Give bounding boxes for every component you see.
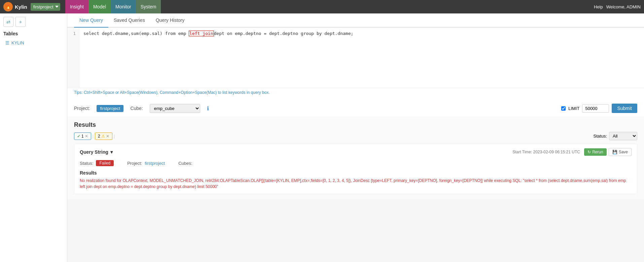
- top-nav: 🔥 Kylin firstproject Insight Model Monit…: [0, 0, 644, 13]
- status-select[interactable]: AllSuccessFailed: [609, 132, 637, 140]
- sidebar-item-kylin[interactable]: ☰ KYLIN: [3, 39, 64, 47]
- keyword-highlight: left join: [189, 31, 214, 36]
- limit-label: LIMIT: [568, 106, 579, 111]
- submit-button[interactable]: Submit: [612, 104, 637, 113]
- meta-cubes: Cubes:: [178, 161, 195, 166]
- sidebar: ⇄ + Tables ☰ KYLIN: [0, 13, 67, 262]
- result-tab-2-label: 2: [98, 134, 100, 139]
- project-label: Project:: [74, 106, 90, 111]
- cube-label: Cube:: [130, 106, 143, 111]
- status-label: Status:: [594, 134, 607, 139]
- nav-link-model[interactable]: Model: [88, 0, 111, 13]
- sidebar-item-label: KYLIN: [11, 40, 24, 45]
- nav-item-system[interactable]: System: [136, 0, 161, 13]
- nav-link-monitor[interactable]: Monitor: [111, 0, 136, 13]
- project-field-label: Project:: [127, 161, 142, 166]
- info-icon[interactable]: ℹ: [207, 105, 209, 112]
- action-buttons: ↻ Rerun 💾 Save: [584, 148, 632, 156]
- limit-checkbox[interactable]: [561, 106, 566, 111]
- line-numbers: 1: [67, 28, 79, 88]
- query-string-header: Query String ▾ Start Time: 2023-02-09 06…: [80, 148, 632, 156]
- error-text: No realization found for OLAPContext, MO…: [80, 178, 632, 190]
- save-button[interactable]: 💾 Save: [609, 148, 632, 156]
- result-tab-2[interactable]: 2 ⚠ ✕: [95, 133, 112, 140]
- project-selector[interactable]: firstproject: [31, 3, 60, 11]
- limit-section: LIMIT Submit: [561, 104, 637, 113]
- nav-item-monitor[interactable]: Monitor: [111, 0, 136, 13]
- sidebar-actions: ⇄ +: [3, 17, 64, 27]
- nav-item-model[interactable]: Model: [88, 0, 111, 13]
- logo-icon: 🔥: [3, 2, 13, 11]
- meta-status: Status: Failed: [80, 160, 114, 166]
- nav-link-insight[interactable]: Insight: [65, 0, 88, 13]
- result-tabs-bar: ✓ 1 ✕ | 2 ⚠ ✕ | Status: AllSuccessFailed: [74, 132, 637, 140]
- cubes-field-label: Cubes:: [178, 161, 192, 166]
- welcome-label[interactable]: Welcome, ADMIN: [606, 4, 641, 9]
- code-after: dept on emp.deptno = dept.deptno group b…: [214, 31, 354, 36]
- check-icon: ✓: [77, 134, 80, 139]
- result-detail: Query String ▾ Start Time: 2023-02-09 06…: [74, 144, 637, 194]
- sidebar-share-button[interactable]: ⇄: [3, 17, 13, 27]
- tab-new-query[interactable]: New Query: [74, 13, 108, 28]
- nav-link-system[interactable]: System: [136, 0, 161, 13]
- meta-project: Project: firstproject: [127, 161, 165, 166]
- start-time: Start Time: 2023-02-09 06:15:21 UTC: [512, 150, 580, 154]
- sidebar-tables-title: Tables: [3, 31, 64, 36]
- sidebar-add-button[interactable]: +: [15, 17, 26, 27]
- main-layout: ⇄ + Tables ☰ KYLIN New Query Saved Queri…: [0, 13, 644, 262]
- nav-menu: Insight Model Monitor System: [65, 0, 161, 13]
- rerun-icon: ↻: [587, 150, 591, 154]
- cube-select[interactable]: emp_cube: [150, 104, 200, 113]
- result-body-title: Results: [80, 170, 632, 176]
- tips-text: Tips: Ctrl+Shift+Space or Alt+Space(Wind…: [67, 88, 644, 97]
- results-section: Results ✓ 1 ✕ | 2 ⚠ ✕ | Status: AllSucce…: [67, 116, 644, 199]
- project-field-value[interactable]: firstproject: [145, 161, 165, 166]
- warn-icon: ⚠: [101, 134, 105, 139]
- close-tab-1-icon[interactable]: ✕: [85, 134, 88, 139]
- nav-item-insight[interactable]: Insight: [65, 0, 88, 13]
- status-section: Status: AllSuccessFailed: [594, 132, 637, 140]
- status-field-label: Status:: [80, 161, 93, 166]
- main-content: New Query Saved Queries Query History 1 …: [67, 13, 644, 262]
- limit-input[interactable]: [582, 104, 609, 113]
- app-logo: 🔥 Kylin: [3, 2, 27, 11]
- db-icon: ☰: [5, 40, 9, 45]
- nav-right: Help Welcome, ADMIN: [594, 4, 641, 9]
- help-link[interactable]: Help: [594, 4, 603, 9]
- line-number-1: 1: [71, 30, 76, 37]
- close-tab-2-icon[interactable]: ✕: [106, 134, 109, 139]
- app-name: Kylin: [15, 4, 27, 10]
- save-icon: 💾: [612, 150, 617, 154]
- tab-separator-1: |: [93, 134, 94, 139]
- tab-query-history[interactable]: Query History: [150, 13, 190, 28]
- chevron-down-icon: ▾: [110, 149, 113, 155]
- project-badge: firstproject: [97, 105, 123, 112]
- query-string-label[interactable]: Query String ▾: [80, 149, 113, 155]
- query-editor-area: 1 select dept.dname,sum(emp.sal) from em…: [67, 28, 644, 100]
- tab-saved-queries[interactable]: Saved Queries: [108, 13, 150, 28]
- code-content[interactable]: select dept.dname,sum(emp.sal) from emp …: [79, 28, 644, 88]
- project-cube-bar: Project: firstproject Cube: emp_cube ℹ L…: [67, 100, 644, 116]
- result-meta: Status: Failed Project: firstproject Cub…: [80, 160, 632, 166]
- result-tab-1-label: 1: [81, 134, 84, 139]
- query-string-text: Query String: [80, 149, 108, 155]
- rerun-button[interactable]: ↻ Rerun: [584, 148, 607, 156]
- result-tab-1[interactable]: ✓ 1 ✕: [74, 133, 91, 140]
- query-tabs: New Query Saved Queries Query History: [67, 13, 644, 28]
- failed-badge: Failed: [96, 160, 114, 166]
- code-editor: 1 select dept.dname,sum(emp.sal) from em…: [67, 28, 644, 88]
- code-before: select dept.dname,sum(emp.sal) from emp: [83, 31, 189, 36]
- results-title: Results: [74, 121, 637, 128]
- tab-separator-2: |: [114, 134, 115, 139]
